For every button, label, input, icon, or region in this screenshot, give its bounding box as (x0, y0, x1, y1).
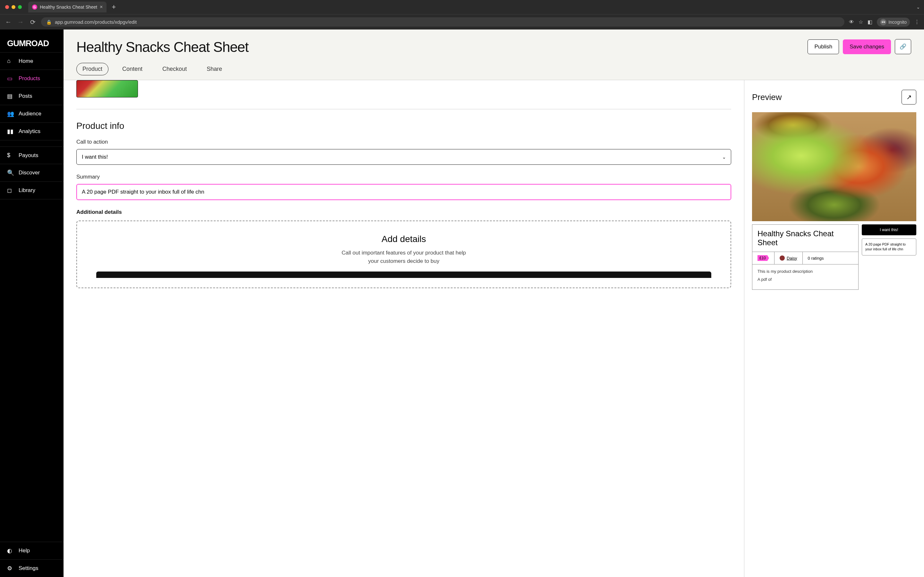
preview-product-title: Healthy Snacks Cheat Sheet (752, 225, 858, 251)
sidebar-item-audience[interactable]: 👥Audience (0, 105, 63, 122)
incognito-label: Incognito (888, 19, 907, 25)
content: Product info Call to action I want this!… (63, 80, 924, 577)
back-icon[interactable]: ← (5, 18, 12, 26)
buy-button[interactable]: I want this! (862, 224, 916, 235)
analytics-icon: ▮▮ (7, 128, 14, 135)
preview-pane: Preview ↗ Healthy Snacks Cheat Sheet £10… (744, 80, 924, 577)
logo[interactable]: GUMROAD (0, 29, 63, 52)
sidebar-item-label: Audience (19, 111, 41, 117)
incognito-badge[interactable]: 🕶 Incognito (877, 18, 910, 27)
forward-icon[interactable]: → (17, 18, 24, 26)
sidebar-item-label: Home (19, 58, 33, 64)
url-text: app.gumroad.com/products/xdpgv/edit (55, 19, 137, 25)
window-controls (4, 5, 22, 9)
sidebar-item-discover[interactable]: 🔍Discover (0, 164, 63, 181)
preview-buy-box: I want this! A 20 page PDF straight to y… (862, 224, 916, 290)
preview-info: Healthy Snacks Cheat Sheet £10 Daisy 0 r… (752, 224, 859, 290)
tab-checkout[interactable]: Checkout (156, 63, 193, 75)
cta-select[interactable]: I want this! (76, 149, 731, 165)
sidebar-item-payouts[interactable]: $Payouts (0, 147, 63, 164)
preview-heading: Preview (752, 92, 782, 102)
url-input[interactable]: 🔒 app.gumroad.com/products/xdpgv/edit (41, 17, 845, 27)
sidebar-item-posts[interactable]: ▤Posts (0, 87, 63, 105)
cta-label: Call to action (76, 139, 731, 145)
search-icon: 🔍 (7, 169, 14, 176)
cover-thumbnail[interactable] (76, 80, 138, 97)
products-icon: ▭ (7, 75, 14, 82)
tab-product[interactable]: Product (76, 63, 108, 75)
sidebar-item-label: Settings (19, 565, 38, 572)
new-tab-button[interactable]: + (109, 3, 118, 11)
sidebar-item-analytics[interactable]: ▮▮Analytics (0, 122, 63, 140)
address-bar: ← → ⟳ 🔒 app.gumroad.com/products/xdpgv/e… (0, 14, 924, 29)
eye-off-icon[interactable]: 👁 (849, 19, 854, 25)
desc-line: A pdf of (758, 277, 853, 282)
preview-hero-image (752, 112, 916, 221)
author-name: Daisy (787, 256, 797, 261)
sidebar-item-settings[interactable]: ⚙Settings (0, 559, 63, 577)
save-button[interactable]: Save changes (843, 39, 891, 54)
browser-tab[interactable]: G Healthy Snacks Cheat Sheet × (28, 2, 107, 13)
tabs-overflow-icon[interactable]: ⌄ (916, 5, 920, 10)
author-cell[interactable]: Daisy (774, 252, 803, 264)
preview-summary: A 20 page PDF straight to your inbox ful… (862, 239, 916, 255)
open-preview-button[interactable]: ↗ (901, 90, 916, 105)
add-details-button[interactable] (96, 271, 711, 278)
sidebar-nav: ⌂Home ▭Products ▤Posts 👥Audience ▮▮Analy… (0, 52, 63, 577)
price-tag: £10 (758, 255, 769, 261)
details-label: Additional details (76, 209, 731, 215)
cover-thumbnails (76, 80, 731, 97)
summary-input[interactable] (76, 184, 731, 200)
gear-icon: ⚙ (7, 565, 14, 572)
desc-line: This is my product description (758, 269, 853, 274)
logo-text: GUMROAD (7, 39, 57, 48)
minimize-window-icon[interactable] (11, 5, 15, 9)
add-details-desc: Call out important features of your prod… (336, 249, 471, 265)
panel-icon[interactable]: ◧ (867, 19, 872, 25)
editor-pane: Product info Call to action I want this!… (63, 80, 744, 577)
close-window-icon[interactable] (5, 5, 9, 9)
browser-chrome: G Healthy Snacks Cheat Sheet × + ⌄ ← → ⟳… (0, 0, 924, 29)
link-button[interactable]: 🔗 (895, 39, 911, 54)
reload-icon[interactable]: ⟳ (29, 18, 37, 26)
sidebar-item-help[interactable]: ◐Help (0, 542, 63, 559)
main: Healthy Snacks Cheat Sheet Publish Save … (63, 29, 924, 577)
sidebar-item-label: Help (19, 548, 30, 554)
sidebar-item-label: Analytics (19, 128, 40, 135)
app: GUMROAD ⌂Home ▭Products ▤Posts 👥Audience… (0, 29, 924, 577)
preview-header: Preview ↗ (752, 90, 916, 105)
tab-title: Healthy Snacks Cheat Sheet (40, 5, 97, 10)
kebab-menu-icon[interactable]: ⋮ (914, 19, 919, 25)
close-tab-icon[interactable]: × (100, 4, 103, 10)
open-external-icon: ↗ (906, 93, 912, 101)
help-icon: ◐ (7, 547, 14, 554)
bookmark-icon: ◻ (7, 187, 14, 194)
price-cell: £10 (752, 252, 774, 264)
ratings-cell: 0 ratings (803, 252, 829, 264)
maximize-window-icon[interactable] (18, 5, 22, 9)
cta-select-wrap: I want this! ⌄ (76, 149, 731, 165)
audience-icon: 👥 (7, 110, 14, 117)
tab-content[interactable]: Content (116, 63, 149, 75)
sidebar-item-home[interactable]: ⌂Home (0, 52, 63, 69)
home-icon: ⌂ (7, 58, 14, 64)
favicon-icon: G (32, 5, 37, 10)
tab-bar: G Healthy Snacks Cheat Sheet × + ⌄ (0, 0, 924, 14)
publish-button[interactable]: Publish (808, 39, 839, 54)
preview-description: This is my product description A pdf of (752, 264, 858, 290)
avatar-icon (780, 255, 785, 261)
preview-card: Healthy Snacks Cheat Sheet £10 Daisy 0 r… (752, 112, 916, 290)
star-icon[interactable]: ☆ (859, 19, 863, 25)
link-icon: 🔗 (900, 44, 906, 50)
section-title: Product info (76, 121, 731, 131)
sidebar-item-library[interactable]: ◻Library (0, 181, 63, 199)
header-actions: Publish Save changes 🔗 (808, 39, 911, 54)
sidebar-item-label: Posts (19, 93, 32, 99)
sidebar-item-label: Products (19, 75, 40, 82)
add-details-box[interactable]: Add details Call out important features … (76, 221, 731, 288)
tabs: Product Content Checkout Share (76, 63, 911, 80)
sidebar-item-products[interactable]: ▭Products (0, 69, 63, 87)
preview-meta: £10 Daisy 0 ratings (752, 251, 858, 264)
tab-share[interactable]: Share (200, 63, 228, 75)
add-details-title: Add details (96, 234, 711, 244)
